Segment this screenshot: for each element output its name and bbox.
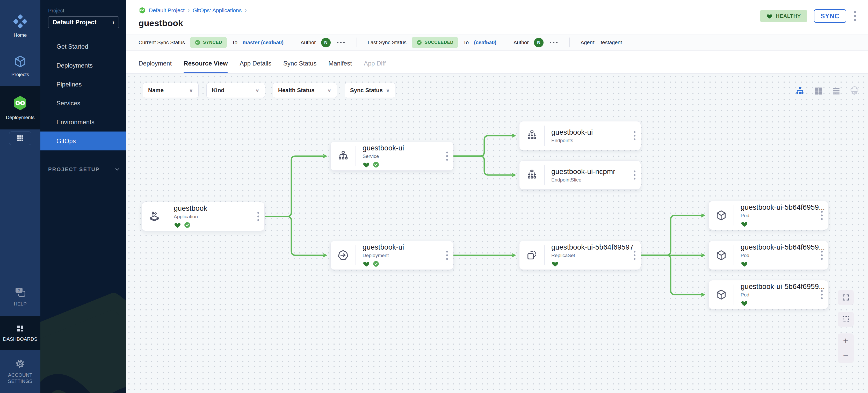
healthy-heart-icon <box>741 260 748 268</box>
sidebar-item-deployments[interactable]: Deployments <box>40 56 126 75</box>
node-pod-2[interactable]: guestbook-ui-5b64f6959... Pod <box>709 241 828 270</box>
sync-status-bar: Current Sync Status SYNCED To master (ce… <box>126 34 868 51</box>
fit-to-screen-button[interactable] <box>838 290 854 305</box>
app-menu-kebab-icon[interactable] <box>853 10 857 22</box>
last-sync-target-link[interactable]: (ceaf5a0) <box>474 40 496 45</box>
resource-graph-canvas[interactable]: Name∨ Kind∨ Health Status∨ Sync Status∨ <box>126 73 868 393</box>
zoom-out-button[interactable]: − <box>838 348 854 363</box>
breadcrumb-project[interactable]: Default Project <box>149 7 185 13</box>
node-menu-kebab-icon[interactable] <box>820 250 824 261</box>
grid-view-toggle[interactable] <box>813 86 823 96</box>
resource-filters: Name∨ Kind∨ Health Status∨ Sync Status∨ <box>143 83 395 98</box>
page-title: guestbook <box>138 18 858 28</box>
node-endpointslice-guestbook-ui-ncpmr[interactable]: guestbook-ui-ncpmr EndpointSlice <box>519 161 641 190</box>
page-header: Default Project › GitOps: Applications ›… <box>126 0 868 34</box>
node-menu-kebab-icon[interactable] <box>445 151 449 162</box>
sidebar-item-gitops[interactable]: GitOps <box>40 132 126 151</box>
node-service-guestbook-ui[interactable]: guestbook-ui Service <box>331 142 454 171</box>
node-menu-kebab-icon[interactable] <box>632 250 637 261</box>
project-selector[interactable]: Default Project › <box>48 16 119 28</box>
sync-button[interactable]: SYNC <box>814 9 846 23</box>
project-setup-toggle[interactable]: PROJECT SETUP <box>48 166 126 172</box>
rail-item-home[interactable]: Home <box>0 9 40 43</box>
help-icon: ? <box>14 286 26 298</box>
filter-kind-dropdown[interactable]: Kind∨ <box>206 83 265 98</box>
chevron-down-icon <box>114 166 120 172</box>
synced-check-icon <box>373 161 379 168</box>
node-replicaset-guestbook-ui-5b64f69597[interactable]: guestbook-ui-5b64f69597 ReplicaSet <box>519 241 641 270</box>
zoom-in-button[interactable]: + <box>838 333 854 348</box>
breadcrumb-gitops-applications[interactable]: GitOps: Applications <box>193 7 242 13</box>
sidebar-item-pipelines[interactable]: Pipelines <box>40 75 126 94</box>
rail-item-dashboards[interactable]: DASHBOARDS <box>0 320 40 347</box>
rail-help-label: HELP <box>14 301 27 307</box>
to-label: To <box>463 40 469 45</box>
node-menu-kebab-icon[interactable] <box>820 289 824 300</box>
dashboards-icon <box>16 324 25 333</box>
view-toggles <box>795 86 859 96</box>
filter-name-dropdown[interactable]: Name∨ <box>143 83 198 98</box>
check-circle-icon <box>195 40 200 45</box>
to-label: To <box>232 40 238 45</box>
rail-item-projects[interactable]: Projects <box>0 50 40 82</box>
module-switcher-button[interactable] <box>9 132 31 145</box>
node-status-icons <box>741 299 825 307</box>
sidebar-nav: Get Started Deployments Pipelines Servic… <box>40 37 126 151</box>
app-tabs: Deployment Resource View App Details Syn… <box>126 51 868 73</box>
node-menu-kebab-icon[interactable] <box>445 250 449 261</box>
tab-app-details[interactable]: App Details <box>240 60 271 73</box>
rail-section-account: ACCOUNT SETTINGS <box>0 350 40 393</box>
rail-deployments-label: Deployments <box>6 114 35 121</box>
tab-manifest[interactable]: Manifest <box>328 60 352 73</box>
svg-text:?: ? <box>18 288 20 293</box>
node-menu-kebab-icon[interactable] <box>632 170 637 181</box>
marquee-select-button[interactable] <box>838 312 854 327</box>
tab-app-diff[interactable]: App Diff <box>364 60 386 73</box>
node-endpoints-guestbook-ui[interactable]: guestbook-ui Endpoints <box>519 121 641 150</box>
cluster-view-toggle[interactable] <box>849 86 859 96</box>
project-selector-value: Default Project <box>53 19 96 26</box>
node-kind: Service <box>363 154 404 159</box>
node-pod-1[interactable]: guestbook-ui-5b64f6959... Pod <box>709 201 828 230</box>
chevron-down-icon: ∨ <box>386 88 390 93</box>
deployments-icon <box>12 95 29 111</box>
node-kind: Pod <box>741 292 825 298</box>
pod-icon <box>709 281 734 309</box>
author-more-icon[interactable] <box>336 42 346 43</box>
endpoints-icon <box>520 122 544 150</box>
sidebar-item-get-started[interactable]: Get Started <box>40 37 126 56</box>
node-menu-kebab-icon[interactable] <box>256 211 260 222</box>
filter-sync-status-dropdown[interactable]: Sync Status∨ <box>345 83 395 98</box>
current-sync-target-link[interactable]: master (ceaf5a0) <box>243 40 284 45</box>
node-application-guestbook[interactable]: guestbook Application <box>142 202 265 231</box>
node-status-icons <box>363 161 404 168</box>
endpointslice-icon <box>520 161 544 189</box>
gear-icon <box>15 359 25 369</box>
sidebar-item-environments[interactable]: Environments <box>40 112 126 132</box>
status-divider <box>569 37 570 47</box>
node-kind: Pod <box>741 213 825 219</box>
author-more-icon[interactable] <box>549 42 559 43</box>
synced-check-icon <box>373 260 379 267</box>
health-status-badge: HEALTHY <box>760 10 807 22</box>
node-pod-3[interactable]: guestbook-ui-5b64f6959... Pod <box>709 280 828 309</box>
tab-resource-view[interactable]: Resource View <box>184 60 228 73</box>
tab-deployment[interactable]: Deployment <box>138 60 172 73</box>
node-name: guestbook-ui <box>363 144 404 152</box>
healthy-heart-icon <box>741 299 748 307</box>
tree-view-toggle[interactable] <box>795 86 805 96</box>
node-deployment-guestbook-ui[interactable]: guestbook-ui Deployment <box>331 241 454 270</box>
rail-item-account-settings[interactable]: ACCOUNT SETTINGS <box>3 354 37 389</box>
chevron-right-icon: › <box>113 19 115 26</box>
rail-account-settings-label: ACCOUNT SETTINGS <box>4 372 36 385</box>
node-status-icons <box>551 260 634 268</box>
breadcrumb-separator: › <box>188 7 190 14</box>
node-menu-kebab-icon[interactable] <box>820 210 824 221</box>
node-menu-kebab-icon[interactable] <box>632 130 637 141</box>
filter-health-status-dropdown[interactable]: Health Status∨ <box>273 83 337 98</box>
list-view-toggle[interactable] <box>831 86 841 96</box>
sidebar-item-services[interactable]: Services <box>40 94 126 112</box>
rail-item-help[interactable]: ? HELP <box>0 282 40 312</box>
tab-sync-status[interactable]: Sync Status <box>283 60 316 73</box>
rail-item-deployments[interactable]: Deployments <box>0 90 40 125</box>
